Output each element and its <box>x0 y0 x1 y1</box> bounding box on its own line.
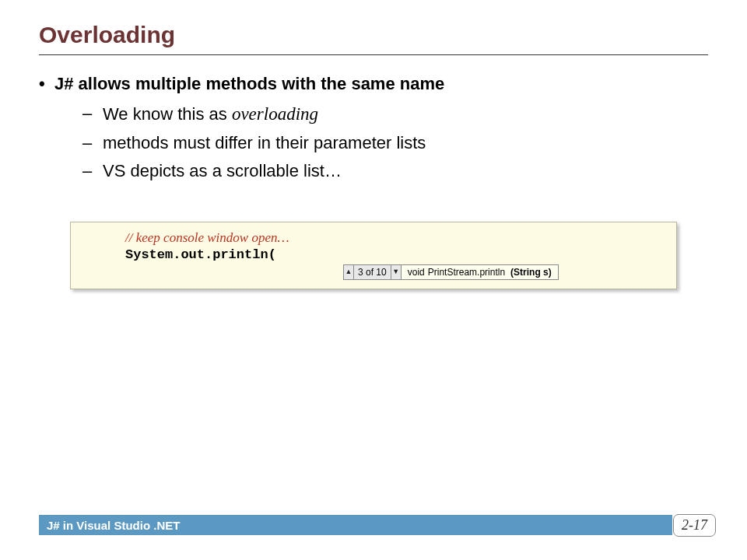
page-number-badge: 2-17 <box>673 514 716 537</box>
overload-spinner: ▲ 3 of 10 ▼ <box>343 264 402 280</box>
bullet-sub: – VS depicts as a scrollable list… <box>82 158 708 184</box>
sig-method: PrintStream.println <box>428 267 505 278</box>
bullet-sub-italic: overloading <box>232 104 318 124</box>
bullet-dot-icon: • <box>39 71 50 97</box>
bullet-list: • J# allows multiple methods with the sa… <box>39 71 708 184</box>
down-arrow-icon: ▼ <box>392 268 399 275</box>
overload-prev-button[interactable]: ▲ <box>343 264 354 280</box>
bullet-main-text: J# allows multiple methods with the same… <box>54 71 444 97</box>
bullet-main: • J# allows multiple methods with the sa… <box>39 71 708 97</box>
dash-icon: – <box>82 130 95 156</box>
bullet-sub: – methods must differ in their parameter… <box>82 130 708 156</box>
slide-title: Overloading <box>39 22 708 48</box>
overload-next-button[interactable]: ▼ <box>391 264 402 280</box>
bullet-sub-text: VS depicts as a scrollable list… <box>103 158 342 184</box>
footer-label: J# in Visual Studio .NET <box>39 515 672 535</box>
title-divider <box>39 54 708 55</box>
sig-return-type: void <box>408 267 425 278</box>
slide: Overloading • J# allows multiple methods… <box>0 0 747 560</box>
bullet-sub-text: We know this as overloading <box>103 100 318 128</box>
slide-footer: J# in Visual Studio .NET 2-17 <box>39 515 716 535</box>
overload-signature: void PrintStream.println (String s) <box>402 264 559 280</box>
bullet-sub: – We know this as overloading <box>82 100 708 128</box>
overload-position: 3 of 10 <box>354 264 391 280</box>
bullet-sub-text: methods must differ in their parameter l… <box>103 130 426 156</box>
dash-icon: – <box>82 100 95 128</box>
dash-icon: – <box>82 158 95 184</box>
code-sample-container: // keep console window open… System.out.… <box>70 222 677 289</box>
bullet-sub-prefix: We know this as <box>103 104 232 124</box>
intellisense-tooltip: ▲ 3 of 10 ▼ void PrintStream.println (St… <box>343 264 559 280</box>
up-arrow-icon: ▲ <box>345 268 352 275</box>
code-line: System.out.println( <box>125 247 665 262</box>
code-box: // keep console window open… System.out.… <box>70 222 677 289</box>
code-comment: // keep console window open… <box>125 230 665 246</box>
sig-param: (String s) <box>510 267 552 278</box>
